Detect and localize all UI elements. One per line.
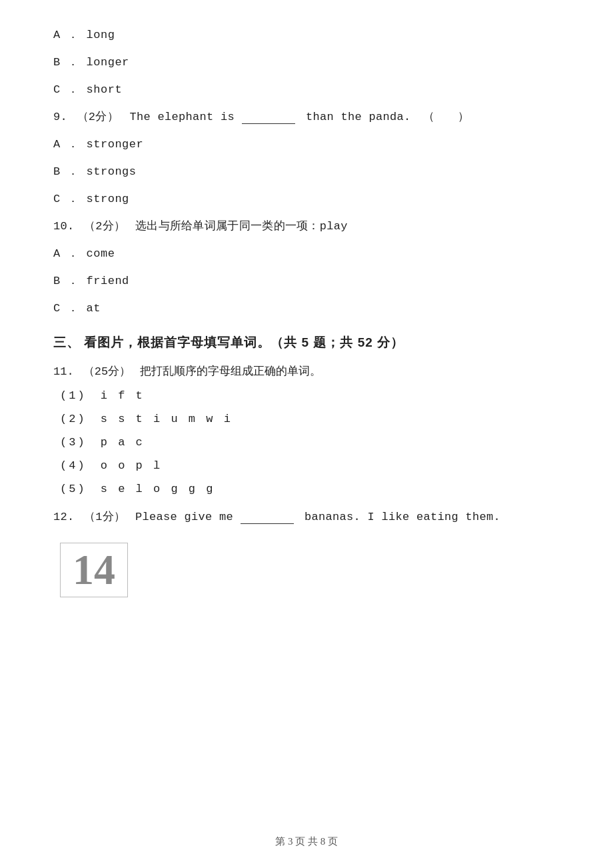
question-9-blank	[242, 112, 295, 124]
word-group-3: (3) p a c	[60, 436, 560, 449]
option-9b: B ． strongs	[53, 163, 560, 179]
section-3-header: 三、 看图片，根据首字母填写单词。（共 5 题；共 52 分）	[53, 334, 560, 351]
option-letter: A ．	[53, 29, 79, 41]
option-8b: B ． longer	[53, 54, 560, 69]
option-letter: B ．	[53, 56, 79, 69]
option-letter: C ．	[53, 302, 79, 315]
option-8a: A ． long	[53, 27, 560, 42]
word-group-1: (1) i f t	[60, 389, 560, 402]
option-letter: B ．	[53, 275, 79, 287]
word-group-2: (2) s s t i u m w i	[60, 413, 560, 425]
option-letter: B ．	[53, 165, 79, 178]
option-8c: C ． short	[53, 81, 560, 97]
option-letter: C ．	[53, 193, 79, 205]
page-footer: 第 3 页 共 8 页	[0, 835, 613, 848]
question-12-blank	[241, 512, 294, 524]
question-9: 9. （2分） The elephant is than the panda. …	[53, 109, 560, 124]
word-group-4: (4) o o p l	[60, 459, 560, 472]
question-11: 11. （25分） 把打乱顺序的字母组成正确的单词。	[53, 363, 560, 379]
page-container: A ． long B ． longer C ． short 9. （2分） Th…	[0, 0, 613, 868]
question-12: 12. （1分） Please give me bananas. I like …	[53, 509, 560, 524]
option-10b: B ． friend	[53, 273, 560, 288]
question-10: 10. （2分） 选出与所给单词属于同一类的一项：play	[53, 218, 560, 233]
option-letter: C ．	[53, 83, 79, 96]
option-9c: C ． strong	[53, 191, 560, 206]
option-9a: A ． stronger	[53, 136, 560, 151]
option-letter: A ．	[53, 247, 79, 260]
option-10a: A ． come	[53, 245, 560, 261]
word-group-5: (5) s e l o g g g	[60, 483, 560, 495]
option-10c: C ． at	[53, 300, 560, 315]
option-letter: A ．	[53, 138, 79, 151]
number-image: 14	[60, 543, 128, 597]
